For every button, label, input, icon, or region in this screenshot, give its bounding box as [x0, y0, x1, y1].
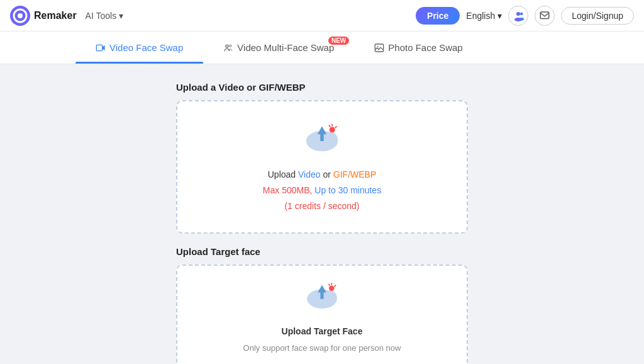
upload-or: or	[321, 169, 333, 179]
login-signup-button[interactable]: Login/Signup	[561, 7, 634, 25]
video-icon	[96, 43, 106, 53]
upload-face-zone[interactable]: Upload Target Face Only support face swa…	[176, 264, 468, 364]
chevron-down-icon: ▾	[119, 11, 123, 21]
svg-point-27	[329, 285, 335, 291]
upload-video-title: Upload a Video or GIF/WEBP	[176, 82, 468, 93]
svg-rect-8	[541, 12, 550, 19]
tab-video-multi-face-swap-label: Video Multi-Face Swap	[237, 42, 334, 53]
ai-tools-label: AI Tools	[86, 11, 117, 21]
tab-video-face-swap[interactable]: Video Face Swap	[75, 31, 203, 64]
language-label: English	[466, 11, 495, 21]
upload-gif-label: GIF/WEBP	[333, 169, 376, 179]
svg-line-30	[328, 283, 330, 285]
svg-rect-9	[96, 45, 102, 50]
svg-rect-13	[375, 44, 384, 52]
upload-max-info: Max 500MB, Up to 30 minutes	[263, 185, 381, 195]
upload-face-title: Upload Target face	[176, 246, 468, 257]
svg-point-3	[516, 12, 520, 16]
tab-photo-face-swap[interactable]: Photo Face Swap	[354, 31, 482, 64]
message-icon-button[interactable]	[535, 6, 555, 26]
upload-face-main-label: Upload Target Face	[243, 324, 401, 339]
svg-line-21	[335, 127, 337, 128]
header-right: Price English ▾ Login/Signup	[416, 6, 634, 26]
tab-photo-face-swap-label: Photo Face Swap	[388, 42, 462, 53]
upload-prefix: Upload	[268, 169, 298, 179]
upload-credits: (1 credits / second)	[284, 201, 359, 211]
svg-point-12	[230, 45, 231, 47]
upload-video-label: Video	[298, 169, 321, 179]
svg-point-16	[308, 134, 321, 148]
chevron-down-icon: ▾	[497, 11, 502, 21]
upload-video-text: Upload Video or GIF/WEBP Max 500MB, Up t…	[263, 167, 381, 215]
photo-icon	[374, 43, 384, 53]
tab-video-face-swap-label: Video Face Swap	[109, 42, 183, 53]
svg-point-2	[18, 13, 23, 18]
tabs-navigation: Video Face Swap Video Multi-Face Swap NE…	[0, 31, 644, 64]
price-button[interactable]: Price	[416, 7, 460, 25]
svg-line-29	[335, 285, 336, 287]
new-badge-multi-face: NEW	[328, 37, 349, 45]
main-content: Upload a Video or GIF/WEBP	[0, 64, 644, 364]
user-icon-button[interactable]	[508, 6, 528, 26]
svg-point-24	[308, 292, 321, 305]
upload-face-section: Upload Target face Upload Target Face On…	[176, 246, 468, 364]
ai-tools-menu[interactable]: AI Tools ▾	[80, 8, 129, 23]
tab-video-multi-face-swap[interactable]: Video Multi-Face Swap NEW	[203, 31, 354, 64]
svg-point-25	[322, 290, 337, 305]
language-selector[interactable]: English ▾	[466, 11, 502, 21]
svg-point-17	[322, 132, 338, 148]
header: Remaker AI Tools ▾ Price English ▾	[0, 0, 644, 31]
upload-video-section: Upload a Video or GIF/WEBP	[176, 82, 468, 234]
upload-face-cloud-icon	[301, 278, 343, 316]
remaker-logo	[10, 6, 30, 26]
svg-point-19	[330, 127, 335, 132]
brand-name: Remaker	[34, 10, 77, 21]
svg-point-7	[519, 18, 525, 21]
upload-cloud-icon	[299, 119, 345, 159]
upload-video-zone[interactable]: Upload Video or GIF/WEBP Max 500MB, Up t…	[176, 100, 468, 234]
logo-area: Remaker AI Tools ▾	[10, 6, 411, 26]
svg-line-22	[329, 125, 331, 127]
upload-duration: Up to 30 minutes	[314, 185, 381, 195]
svg-point-11	[226, 45, 228, 47]
svg-point-6	[520, 12, 523, 15]
upload-face-text: Upload Target Face Only support face swa…	[243, 324, 401, 356]
multi-face-icon	[223, 43, 233, 53]
svg-point-14	[377, 45, 379, 47]
upload-face-subtitle: Only support face swap for one person no…	[243, 341, 401, 355]
